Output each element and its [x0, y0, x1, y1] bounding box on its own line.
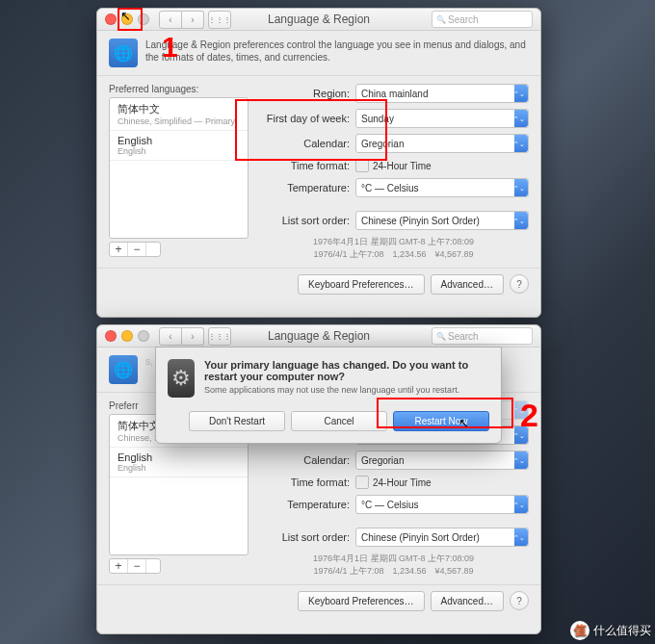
titlebar: ‹ › ⋮⋮⋮ Language & Region Search [97, 9, 540, 31]
search-input[interactable]: Search [432, 327, 533, 345]
advanced-button[interactable]: Advanced… [431, 591, 504, 611]
list-item[interactable]: English English [110, 131, 248, 161]
sort-select[interactable]: Chinese (Pinyin Sort Order)⌃⌄ [355, 211, 529, 230]
zoom-icon[interactable] [138, 13, 149, 25]
calendar-label: Calendar: [258, 454, 350, 466]
remove-button[interactable]: − [128, 559, 146, 573]
window-title: Language & Region [268, 329, 370, 343]
remove-button[interactable]: − [128, 243, 146, 256]
calendar-select[interactable]: Gregorian⌃⌄ [355, 451, 529, 470]
dialog-subtext: Some applications may not use the new la… [204, 385, 489, 395]
search-input[interactable]: Search [432, 11, 533, 28]
checkbox-icon[interactable] [355, 476, 369, 489]
help-button[interactable]: ? [510, 274, 529, 294]
back-button[interactable]: ‹ [159, 11, 182, 29]
dont-restart-button[interactable]: Don't Restart [189, 411, 285, 431]
sort-label: List sort order: [258, 531, 350, 543]
zoom-icon[interactable] [138, 330, 149, 342]
preferred-languages-label: Preferred languages: [109, 84, 249, 94]
header-text: Language & Region preferences control th… [145, 39, 529, 67]
prefs-window-2: ‹› ⋮⋮⋮ Language & Region Search 🌐 s, Pre… [96, 324, 541, 634]
close-icon[interactable] [105, 330, 117, 342]
nav-buttons: ‹ › [159, 11, 204, 29]
minimize-icon[interactable] [121, 13, 133, 25]
firstday-select[interactable]: Sunday⌃⌄ [355, 109, 529, 128]
temp-select[interactable]: °C — Celsius⌃⌄ [355, 178, 529, 197]
show-all-button[interactable]: ⋮⋮⋮ [208, 327, 231, 346]
close-icon[interactable] [105, 13, 117, 25]
forward-button[interactable]: › [182, 11, 204, 29]
temp-select[interactable]: °C — Celsius⌃⌄ [355, 495, 529, 514]
annotation-2: 2 [520, 397, 538, 434]
watermark-icon: 值 [570, 621, 590, 640]
calendar-select[interactable]: Gregorian⌃⌄ [355, 134, 529, 153]
temp-label: Temperature: [258, 499, 350, 510]
annotation-1: 1 [162, 31, 178, 64]
timefmt-label: Time format: [258, 160, 350, 171]
keyboard-prefs-button[interactable]: Keyboard Preferences… [298, 274, 425, 295]
temp-label: Temperature: [258, 182, 350, 193]
watermark: 值 什么值得买 [570, 621, 651, 640]
region-label: Region: [258, 88, 350, 99]
timefmt-checkbox[interactable]: 24-Hour Time [355, 159, 432, 172]
format-sample: 1976年4月1日 星期四 GMT-8 上午7:08:091976/4/1 上午… [258, 553, 529, 577]
advanced-button[interactable]: Advanced… [431, 274, 504, 295]
menu-button[interactable] [146, 559, 160, 573]
calendar-label: Calendar: [258, 138, 350, 149]
checkbox-icon[interactable] [355, 159, 369, 172]
list-item[interactable]: 简体中文 Chinese, Simplified — Primary [110, 98, 248, 131]
window-controls [105, 13, 149, 25]
language-list[interactable]: 简体中文 Chinese, Simplified — Primary Engli… [109, 97, 249, 239]
dialog-heading: Your primary language has changed. Do yo… [204, 359, 489, 382]
settings-icon: ⚙ [168, 359, 195, 398]
help-button[interactable]: ? [510, 591, 529, 610]
titlebar: ‹› ⋮⋮⋮ Language & Region Search [97, 325, 540, 348]
timefmt-checkbox[interactable]: 24-Hour Time [355, 476, 432, 489]
globe-icon: 🌐 [109, 39, 138, 67]
back-button[interactable]: ‹ [159, 327, 182, 346]
firstday-label: First day of week: [258, 113, 350, 124]
add-remove-buttons: + − [109, 242, 161, 257]
show-all-button[interactable]: ⋮⋮⋮ [208, 11, 231, 29]
keyboard-prefs-button[interactable]: Keyboard Preferences… [298, 591, 425, 611]
menu-button[interactable] [146, 243, 160, 256]
window-title: Language & Region [268, 13, 370, 26]
add-button[interactable]: + [110, 243, 128, 256]
list-item[interactable]: EnglishEnglish [110, 448, 248, 477]
restart-now-button[interactable]: Restart Now [393, 411, 489, 431]
minimize-icon[interactable] [121, 330, 133, 342]
globe-icon: 🌐 [109, 355, 138, 384]
header-text: s, [145, 355, 153, 384]
region-select[interactable]: China mainland⌃⌄ [355, 84, 529, 103]
timefmt-label: Time format: [258, 477, 350, 488]
add-button[interactable]: + [110, 559, 128, 573]
sort-label: List sort order: [258, 215, 350, 226]
sort-select[interactable]: Chinese (Pinyin Sort Order)⌃⌄ [355, 528, 529, 547]
restart-dialog: ⚙ Your primary language has changed. Do … [155, 347, 502, 444]
forward-button[interactable]: › [182, 327, 204, 346]
cancel-button[interactable]: Cancel [291, 411, 387, 431]
format-sample: 1976年4月1日 星期四 GMT-8 上午7:08:091976/4/1 上午… [258, 236, 529, 260]
